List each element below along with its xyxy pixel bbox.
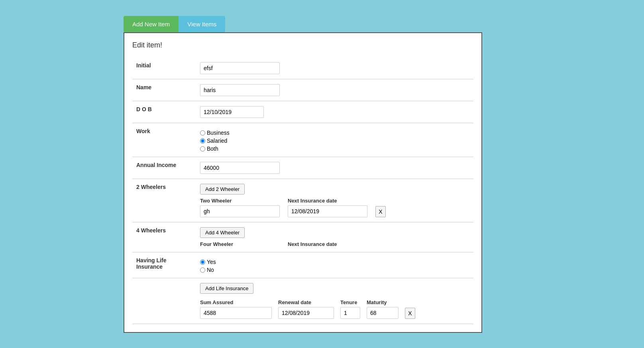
name-row: Name — [132, 79, 473, 101]
four-wheeler-header-row: Four Wheeler Next Insurance date — [200, 241, 469, 247]
two-wheeler-name-col: Two Wheeler — [200, 198, 280, 217]
maturity-input[interactable] — [367, 307, 399, 319]
dob-row: D O B — [132, 101, 473, 123]
tenure-input[interactable] — [340, 307, 360, 319]
name-input[interactable] — [200, 84, 280, 96]
tenure-col-label: Tenure — [340, 299, 360, 305]
two-wheeler-remove-button[interactable]: X — [375, 206, 386, 217]
work-radio-group: Business Salaried Both — [200, 128, 469, 152]
two-wheelers-cell: Add 2 Wheeler Two Wheeler Next Insurance… — [196, 179, 473, 222]
life-insurance-entry-row: Sum Assured Renewal date Tenure Mat — [200, 299, 469, 319]
initial-label: Initial — [132, 57, 196, 79]
initial-input-cell — [196, 57, 473, 79]
two-wheeler-ins-col: Next Insurance date — [288, 198, 367, 217]
add-2-wheeler-button[interactable]: Add 2 Wheeler — [200, 184, 245, 195]
sum-assured-input[interactable] — [200, 307, 272, 319]
form-card: Edit item! Initial Name D O B — [124, 32, 482, 333]
work-input-cell: Business Salaried Both — [196, 123, 473, 157]
sum-assured-col: Sum Assured — [200, 299, 272, 319]
radio-salaried[interactable] — [200, 138, 205, 144]
life-insurance-remove-button[interactable]: X — [405, 308, 415, 319]
four-wheelers-label: 4 Wheelers — [132, 222, 196, 252]
annual-income-input[interactable] — [200, 162, 280, 174]
renewal-date-input[interactable] — [278, 307, 334, 319]
name-label: Name — [132, 79, 196, 101]
renewal-date-col: Renewal date — [278, 299, 334, 319]
work-radio-business[interactable]: Business — [200, 130, 469, 136]
two-wheeler-input[interactable] — [200, 205, 280, 217]
view-items-tab[interactable]: View Items — [179, 16, 225, 32]
two-wheeler-ins-date-input[interactable] — [288, 205, 367, 217]
four-wheelers-cell: Add 4 Wheeler Four Wheeler Next Insuranc… — [196, 222, 473, 252]
life-ins-yes-label: Yes — [207, 259, 216, 265]
initial-row: Initial — [132, 57, 473, 79]
radio-life-no[interactable] — [200, 267, 205, 273]
tab-bar: Add New Item View Items — [124, 16, 644, 32]
sum-assured-col-label: Sum Assured — [200, 299, 272, 305]
four-wheeler-col-label: Four Wheeler — [200, 241, 280, 247]
life-ins-no-radio[interactable]: No — [200, 267, 469, 273]
life-insurance-details-cell: Add Life Insurance Sum Assured Renewal d… — [196, 278, 473, 324]
name-input-cell — [196, 79, 473, 101]
dob-input[interactable] — [200, 106, 264, 118]
two-wheeler-entry-row: Two Wheeler Next Insurance date X — [200, 198, 469, 217]
work-radio-both[interactable]: Both — [200, 145, 469, 152]
life-insurance-label: Having Life Insurance — [132, 252, 196, 278]
renewal-date-col-label: Renewal date — [278, 299, 334, 305]
radio-salaried-label: Salaried — [207, 138, 227, 144]
four-wheeler-ins-col-label: Next Insurance date — [288, 241, 337, 247]
tenure-col: Tenure — [340, 299, 360, 319]
life-ins-no-label: No — [207, 267, 214, 273]
form-table: Initial Name D O B Work — [132, 57, 473, 324]
work-radio-salaried[interactable]: Salaried — [200, 138, 469, 144]
two-wheeler-ins-date-label: Next Insurance date — [288, 198, 367, 204]
annual-income-row: Annual Income — [132, 157, 473, 179]
life-ins-radio-group: Yes No — [200, 257, 469, 273]
life-insurance-row: Having Life Insurance Yes No — [132, 252, 473, 278]
two-wheelers-label: 2 Wheelers — [132, 179, 196, 222]
annual-income-input-cell — [196, 157, 473, 179]
work-label: Work — [132, 123, 196, 157]
initial-input[interactable] — [200, 62, 280, 74]
add-4-wheeler-button[interactable]: Add 4 Wheeler — [200, 227, 245, 238]
form-title: Edit item! — [132, 41, 473, 49]
life-insurance-details-row: Add Life Insurance Sum Assured Renewal d… — [132, 278, 473, 324]
maturity-col: Maturity — [367, 299, 399, 319]
radio-business-label: Business — [207, 130, 230, 136]
radio-both-label: Both — [207, 145, 218, 152]
add-new-item-tab[interactable]: Add New Item — [124, 16, 179, 32]
add-life-insurance-button[interactable]: Add Life Insurance — [200, 283, 253, 294]
work-row: Work Business Salaried Both — [132, 123, 473, 157]
dob-input-cell — [196, 101, 473, 123]
maturity-col-label: Maturity — [367, 299, 399, 305]
two-wheelers-row: 2 Wheelers Add 2 Wheeler Two Wheeler Nex… — [132, 179, 473, 222]
four-wheelers-row: 4 Wheelers Add 4 Wheeler Four Wheeler Ne… — [132, 222, 473, 252]
radio-life-yes[interactable] — [200, 260, 205, 265]
two-wheeler-col-label: Two Wheeler — [200, 198, 280, 204]
annual-income-label: Annual Income — [132, 157, 196, 179]
radio-both[interactable] — [200, 146, 205, 151]
dob-label: D O B — [132, 101, 196, 123]
life-ins-yes-radio[interactable]: Yes — [200, 259, 469, 265]
life-insurance-cell: Yes No — [196, 252, 473, 278]
radio-business[interactable] — [200, 130, 205, 136]
